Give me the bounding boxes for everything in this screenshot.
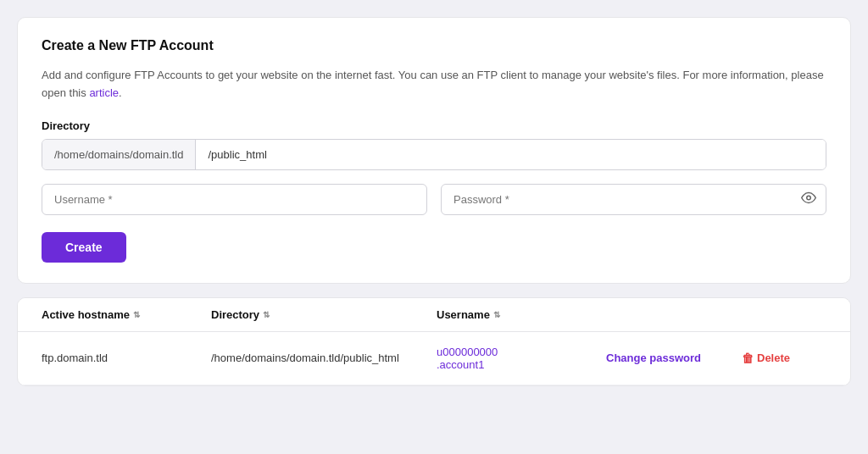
directory-input[interactable]	[196, 140, 826, 169]
th-directory: Directory ⇅	[211, 308, 437, 321]
sort-directory-icon[interactable]: ⇅	[263, 310, 270, 319]
toggle-password-icon[interactable]	[801, 191, 816, 208]
directory-label: Directory	[42, 119, 826, 132]
delete-button[interactable]: 🗑 Delete	[742, 352, 790, 365]
delete-icon: 🗑	[742, 352, 754, 365]
credentials-row	[42, 184, 826, 215]
username-group	[42, 184, 427, 215]
sort-username-icon[interactable]: ⇅	[493, 310, 500, 319]
description-text: Add and configure FTP Accounts to get yo…	[42, 67, 826, 102]
th-actions1	[606, 308, 742, 321]
directory-field-row: /home/domains/domain.tld	[42, 139, 826, 170]
password-input[interactable]	[441, 184, 826, 215]
password-group	[441, 184, 826, 215]
username-line2: .account1	[437, 358, 606, 371]
ftp-accounts-table-card: Active hostname ⇅ Directory ⇅ Username ⇅…	[17, 297, 851, 386]
th-actions2	[742, 308, 826, 321]
td-directory: /home/domains/domain.tld/public_html	[211, 352, 437, 364]
card-title: Create a New FTP Account	[42, 38, 826, 53]
directory-prefix: /home/domains/domain.tld	[42, 140, 196, 169]
table-header: Active hostname ⇅ Directory ⇅ Username ⇅	[18, 298, 850, 332]
change-password-button[interactable]: Change password	[606, 352, 701, 364]
username-input[interactable]	[42, 184, 427, 215]
create-ftp-card: Create a New FTP Account Add and configu…	[17, 17, 851, 284]
svg-point-0	[807, 196, 811, 200]
td-username: u000000000 .account1	[437, 346, 606, 371]
sort-hostname-icon[interactable]: ⇅	[133, 310, 140, 319]
th-username: Username ⇅	[437, 308, 606, 321]
create-button[interactable]: Create	[42, 232, 126, 263]
table-row: ftp.domain.tld /home/domains/domain.tld/…	[18, 332, 850, 385]
td-delete: 🗑 Delete	[742, 352, 826, 365]
td-hostname: ftp.domain.tld	[42, 352, 211, 364]
username-line1: u000000000	[437, 346, 606, 358]
article-link[interactable]: article	[89, 86, 119, 99]
td-change-password: Change password	[606, 352, 742, 364]
th-hostname: Active hostname ⇅	[42, 308, 211, 321]
